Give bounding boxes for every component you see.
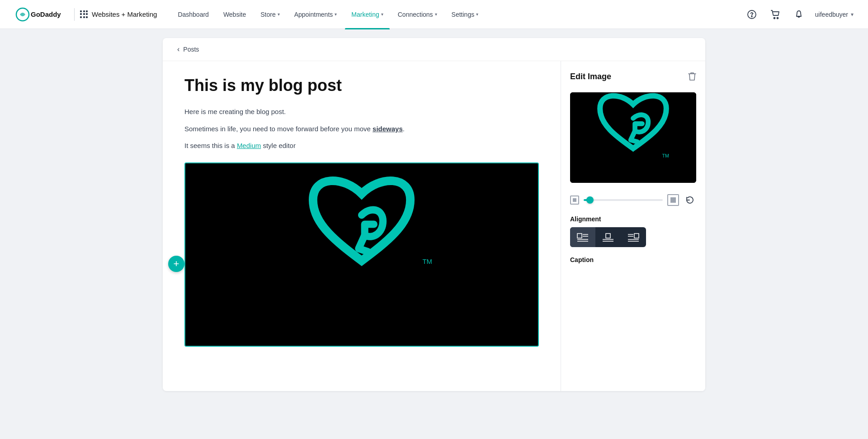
caption-label: Caption [570,256,696,263]
medium-link[interactable]: Medium [237,142,261,149]
caption-section: Caption [570,256,696,263]
size-large-icon [667,194,679,206]
notifications-button[interactable] [792,7,806,22]
user-menu-button[interactable]: uifeedbuyer ▾ [815,11,854,18]
nav-item-settings[interactable]: Settings ▾ [445,7,485,22]
brand-label: Websites + Marketing [80,10,157,19]
cart-button[interactable] [768,7,783,22]
align-right-button[interactable] [621,227,646,247]
content-card: ‹ Posts + This is my blog post Here is m… [163,38,705,391]
nav-item-store[interactable]: Store ▾ [254,7,286,22]
svg-point-5 [777,17,778,19]
nav-item-dashboard[interactable]: Dashboard [171,7,215,22]
preview-image: TM [570,92,696,183]
nav-item-connections[interactable]: Connections ▾ [392,7,443,22]
blog-image-block[interactable]: TM [184,162,539,347]
top-bar: GoDaddy Websites + Marketing Dashboard W… [0,0,868,29]
slider-thumb[interactable] [586,196,594,204]
appointments-chevron-icon: ▾ [335,12,337,17]
svg-rect-16 [634,234,639,238]
store-chevron-icon: ▾ [278,12,280,17]
svg-point-3 [751,16,752,17]
size-slider[interactable] [584,199,663,201]
nav-divider [74,8,75,21]
nav-right: uifeedbuyer ▾ [745,7,854,22]
svg-text:TM: TM [662,153,669,158]
blog-title[interactable]: This is my blog post [184,76,539,95]
blog-para-2-start: Sometimes in life, you need to move forw… [184,125,373,133]
edit-image-sidebar: Edit Image TM [561,61,705,391]
marketing-chevron-icon: ▾ [381,12,383,17]
blog-body: Here is me creating the blog post. Somet… [184,106,539,152]
grid-icon [80,10,88,19]
user-chevron-icon: ▾ [851,11,854,18]
svg-text:TM: TM [422,258,432,265]
svg-rect-13 [606,234,610,238]
brand-name: Websites + Marketing [92,10,157,18]
editor-area: This is my blog post Here is me creating… [163,61,561,391]
sidebar-title: Edit Image [570,72,611,81]
nav-item-appointments[interactable]: Appointments ▾ [288,7,344,22]
size-small-icon [570,196,579,205]
svg-rect-8 [577,234,582,238]
logo-area: GoDaddy Websites + Marketing [14,6,157,23]
blog-para-3-end: style editor [261,142,296,149]
page-wrapper: ‹ Posts + This is my blog post Here is m… [0,29,868,400]
back-link[interactable]: Posts [183,46,199,53]
svg-text:GoDaddy: GoDaddy [31,10,61,18]
main-nav: Dashboard Website Store ▾ Appointments ▾… [171,7,733,22]
breadcrumb-bar: ‹ Posts [163,38,705,61]
align-center-button[interactable] [595,227,621,247]
delete-image-button[interactable] [688,72,696,83]
align-left-button[interactable] [570,227,595,247]
sideways-link[interactable]: sideways [373,125,403,133]
back-arrow-icon: ‹ [177,45,179,53]
godaddy-logo[interactable]: GoDaddy [14,6,69,23]
blog-para-3: It seems this is a Medium style editor [184,140,539,152]
username-label: uifeedbuyer [815,11,848,18]
size-slider-row [570,194,696,206]
alignment-buttons [570,227,646,247]
help-button[interactable] [745,7,759,22]
connections-chevron-icon: ▾ [435,12,437,17]
nav-item-website[interactable]: Website [217,7,252,22]
editor-layout: + This is my blog post Here is me creati… [163,61,705,391]
settings-chevron-icon: ▾ [476,12,478,17]
blog-para-1: Here is me creating the blog post. [184,106,539,118]
blog-para-3-start: It seems this is a [184,142,237,149]
blog-para-2: Sometimes in life, you need to move forw… [184,123,539,135]
svg-point-4 [774,17,775,19]
nav-item-marketing[interactable]: Marketing ▾ [345,7,389,22]
rotate-button[interactable] [684,194,696,206]
alignment-section: Alignment [570,215,696,247]
blog-para-2-end: . [403,125,405,133]
alignment-label: Alignment [570,215,696,223]
